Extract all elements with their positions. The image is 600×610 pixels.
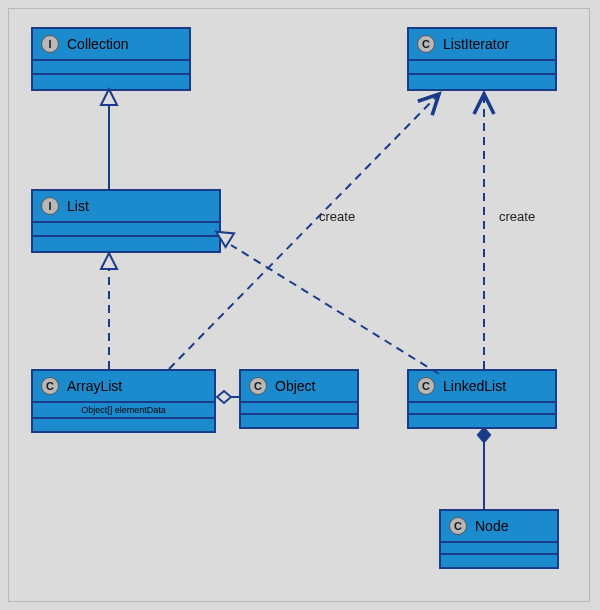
class-arraylist: C ArrayList Object[] elementData bbox=[31, 369, 216, 433]
class-icon: C bbox=[417, 35, 435, 53]
class-name-label: List bbox=[67, 198, 89, 214]
class-icon: C bbox=[417, 377, 435, 395]
attribute-label: Object[] elementData bbox=[33, 403, 214, 419]
svg-line-2 bbox=[231, 245, 439, 374]
class-list: I List bbox=[31, 189, 221, 253]
interface-icon: I bbox=[41, 35, 59, 53]
class-icon: C bbox=[41, 377, 59, 395]
edge-label-create: create bbox=[319, 209, 355, 224]
class-listiterator: C ListIterator bbox=[407, 27, 557, 91]
edge-label-create: create bbox=[499, 209, 535, 224]
class-linkedlist: C LinkedList bbox=[407, 369, 557, 429]
class-name-label: LinkedList bbox=[443, 378, 506, 394]
class-name-label: Object bbox=[275, 378, 315, 394]
interface-icon: I bbox=[41, 197, 59, 215]
class-icon: C bbox=[449, 517, 467, 535]
class-name-label: ListIterator bbox=[443, 36, 509, 52]
class-collection: I Collection bbox=[31, 27, 191, 91]
class-name-label: Collection bbox=[67, 36, 128, 52]
class-object: C Object bbox=[239, 369, 359, 429]
class-icon: C bbox=[249, 377, 267, 395]
class-name-label: ArrayList bbox=[67, 378, 122, 394]
class-name-label: Node bbox=[475, 518, 508, 534]
diagram-canvas: I Collection C ListIterator I List C Arr… bbox=[8, 8, 590, 602]
class-node: C Node bbox=[439, 509, 559, 569]
